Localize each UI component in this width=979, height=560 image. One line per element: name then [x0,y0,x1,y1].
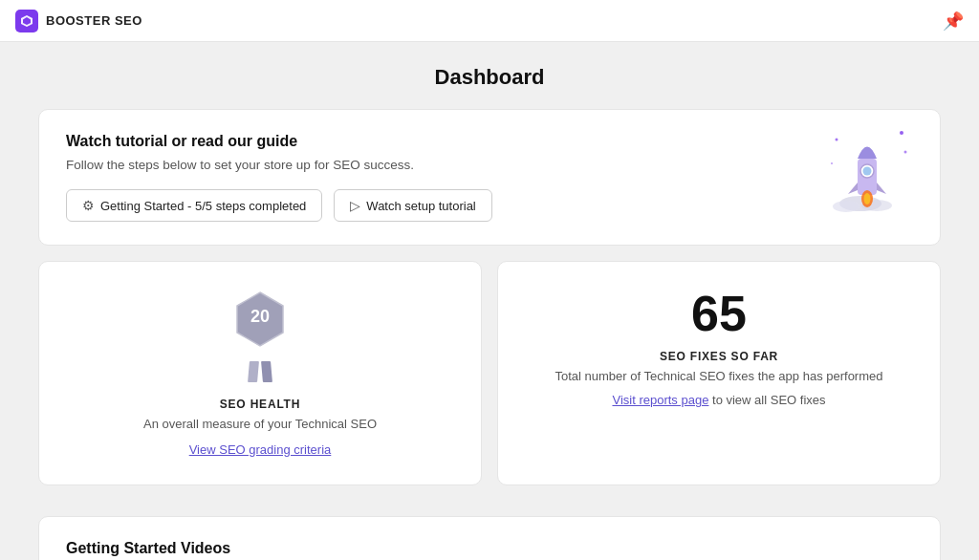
svg-point-3 [831,162,833,164]
svg-point-5 [833,201,859,212]
seo-fixes-link-line: Visit reports page to view all SEO fixes [517,393,921,407]
app-icon [15,10,38,32]
seo-health-label: SEO HEALTH [58,398,462,411]
badge-container: 20 [58,289,462,350]
gear-icon: ⚙ [82,198,95,213]
videos-card-title: Getting Started Videos [66,540,913,557]
getting-started-button[interactable]: ⚙ Getting Started - 5/5 steps completed [66,189,322,222]
seo-health-description: An overall measure of your Technical SEO [58,417,462,431]
medal-ribbons [58,361,462,382]
svg-point-0 [836,139,838,141]
tutorial-card-inner: Watch tutorial or read our guide Follow … [66,133,640,222]
videos-card: Getting Started Videos Watch tutorial ab… [38,516,941,560]
ribbon-right [261,361,272,382]
tutorial-card-subtitle: Follow the steps below to set your store… [66,158,640,172]
app-name: BOOSTER SEO [46,13,142,28]
ribbon-left [248,361,259,382]
pin-icon: 📌 [943,11,964,32]
seo-score: 20 [250,307,270,327]
two-col-section: 20 SEO HEALTH An overall measure of your… [38,261,941,501]
rocket-illustration [827,125,913,221]
seo-health-card: 20 SEO HEALTH An overall measure of your… [38,261,482,485]
topbar-left: BOOSTER SEO [15,10,142,32]
page-title: Dashboard [38,65,941,90]
svg-point-11 [864,193,871,205]
seo-fixes-number: 65 [517,289,921,338]
tutorial-card-title: Watch tutorial or read our guide [66,133,640,150]
visit-reports-link[interactable]: Visit reports page [612,393,708,407]
seo-fixes-card: 65 SEO FIXES SO FAR Total number of Tech… [497,261,941,485]
watch-tutorial-button[interactable]: ▷ Watch setup tutorial [334,189,491,222]
tutorial-card: Watch tutorial or read our guide Follow … [38,109,941,246]
tutorial-buttons: ⚙ Getting Started - 5/5 steps completed … [66,189,640,222]
svg-point-9 [863,167,872,176]
topbar: BOOSTER SEO 📌 [0,0,979,42]
seo-fixes-description: Total number of Technical SEO fixes the … [517,369,921,383]
svg-point-1 [900,131,903,135]
hex-badge: 20 [229,289,291,350]
view-seo-grading-link[interactable]: View SEO grading criteria [189,442,332,457]
svg-point-2 [904,151,907,154]
main-content: Dashboard Watch tutorial or read our gui… [0,42,979,560]
seo-fixes-link-suffix: to view all SEO fixes [708,393,825,407]
play-icon: ▷ [350,198,360,213]
seo-fixes-label: SEO FIXES SO FAR [517,350,921,363]
